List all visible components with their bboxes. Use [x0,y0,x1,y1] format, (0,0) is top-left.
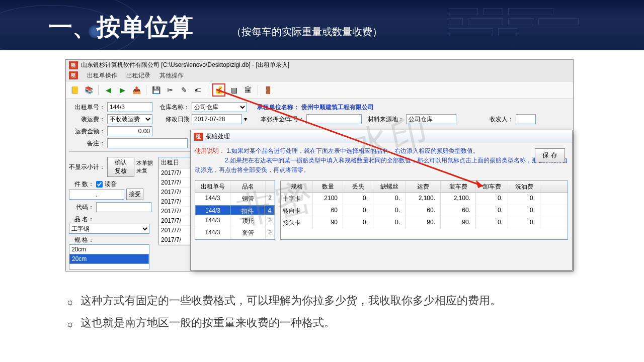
svg-marker-1 [476,180,483,188]
bullet-text: 这种方式有固定的一些收费格式，可以理解为你拉多少货，我收取你多少相应的费用。 [80,292,501,310]
svg-line-0 [216,89,483,186]
bullet-icon: ☼ [65,294,74,310]
bullet-icon: ☼ [65,316,74,332]
bullet-list: ☼这种方式有固定的一些收费格式，可以理解为你拉多少货，我收取你多少相应的费用。 … [65,292,579,336]
bullet-text: 这也就是南方地区一般的按重量来收费的一种格式。 [80,314,335,332]
